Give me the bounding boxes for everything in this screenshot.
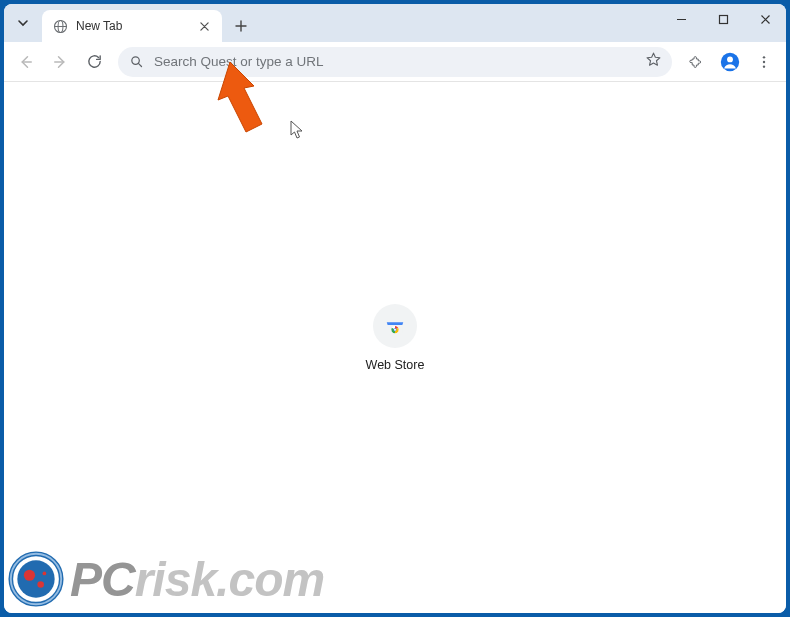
shortcut-label: Web Store <box>366 358 425 372</box>
reload-button[interactable] <box>78 46 110 78</box>
new-tab-button[interactable] <box>228 13 254 39</box>
svg-point-13 <box>763 65 765 67</box>
kebab-icon <box>756 54 772 70</box>
menu-button[interactable] <box>748 46 780 78</box>
address-input[interactable] <box>154 54 635 69</box>
arrow-right-icon <box>51 53 69 71</box>
browser-window: New Tab <box>4 4 786 613</box>
arrow-left-icon <box>17 53 35 71</box>
toolbar <box>4 42 786 82</box>
plus-icon <box>235 20 247 32</box>
tab-newtab[interactable]: New Tab <box>42 10 222 42</box>
webstore-icon <box>384 315 406 337</box>
puzzle-icon <box>688 53 705 70</box>
close-window-button[interactable] <box>744 4 786 34</box>
minimize-button[interactable] <box>660 4 702 34</box>
globe-icon <box>52 18 68 34</box>
maximize-icon <box>718 14 729 25</box>
minimize-icon <box>676 14 687 25</box>
profile-icon <box>719 51 741 73</box>
svg-point-10 <box>727 56 733 62</box>
titlebar: New Tab <box>4 4 786 42</box>
back-button[interactable] <box>10 46 42 78</box>
tab-title: New Tab <box>76 19 188 33</box>
page-content: Web Store <box>4 82 786 613</box>
chevron-down-icon <box>17 17 29 29</box>
svg-point-11 <box>763 56 765 58</box>
shortcut-webstore[interactable]: Web Store <box>340 304 450 372</box>
star-icon <box>645 51 662 68</box>
tab-close-button[interactable] <box>196 18 212 34</box>
toolbar-right <box>680 46 780 78</box>
tab-search-button[interactable] <box>10 10 36 36</box>
maximize-button[interactable] <box>702 4 744 34</box>
svg-rect-4 <box>719 15 727 23</box>
close-icon <box>760 14 771 25</box>
shortcuts-grid: Web Store <box>4 304 786 372</box>
bookmark-button[interactable] <box>645 51 662 72</box>
shortcut-tile <box>373 304 417 348</box>
reload-icon <box>86 53 103 70</box>
svg-point-16 <box>394 329 396 331</box>
extensions-button[interactable] <box>680 46 712 78</box>
forward-button[interactable] <box>44 46 76 78</box>
window-controls <box>660 4 786 36</box>
profile-button[interactable] <box>714 46 746 78</box>
close-icon <box>200 22 209 31</box>
omnibox[interactable] <box>118 47 672 77</box>
svg-point-12 <box>763 60 765 62</box>
search-icon <box>128 54 144 70</box>
svg-line-8 <box>138 63 141 66</box>
